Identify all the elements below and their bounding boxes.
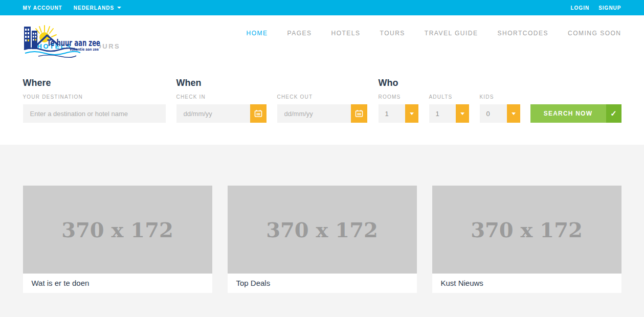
spacer-label <box>530 94 621 100</box>
card-title[interactable]: Top Deals <box>228 274 417 293</box>
checkin-input[interactable] <box>176 104 250 123</box>
booking-search-form: Where YOUR DESTINATION When CHECK IN <box>0 66 644 145</box>
card-kust-nieuws[interactable]: 370 x 172 Kust Nieuws <box>432 186 621 293</box>
chevron-down-icon <box>507 104 520 123</box>
language-label: NEDERLANDS <box>74 5 114 11</box>
placeholder-size-text: 370 x 172 <box>266 218 378 242</box>
kids-value: 0 <box>480 104 507 123</box>
nav-item-tours[interactable]: TOURS <box>380 30 405 37</box>
spacer-heading <box>429 78 469 88</box>
checkin-calendar-button[interactable] <box>250 104 267 123</box>
card-image-placeholder: 370 x 172 <box>23 186 212 274</box>
checkout-label: CHECK OUT <box>277 94 367 100</box>
card-image-placeholder: 370 x 172 <box>228 186 417 274</box>
nav-item-home[interactable]: HOME <box>247 30 268 37</box>
checkout-input[interactable] <box>277 104 351 123</box>
when-heading: When <box>176 78 267 88</box>
logo-art-icon: Te huur aan zee Vakantie aan zee <box>23 24 125 59</box>
spacer-heading <box>480 78 520 88</box>
rooms-value: 1 <box>379 104 405 123</box>
adults-label: ADULTS <box>429 94 469 100</box>
header: HOTELS TOURS <box>0 15 644 66</box>
search-now-button[interactable]: SEARCH NOW ✓ <box>530 104 621 123</box>
card-title[interactable]: Wat is er te doen <box>23 274 212 293</box>
kids-select[interactable]: 0 <box>480 104 520 123</box>
card-title[interactable]: Kust Nieuws <box>432 274 621 293</box>
destination-input[interactable] <box>23 104 166 123</box>
topbar: MY ACCOUNT NEDERLANDS LOGIN SIGNUP <box>0 0 644 15</box>
rooms-label: ROOMS <box>379 94 418 100</box>
building-icon <box>24 27 31 49</box>
main-nav: HOME PAGES HOTELS TOURS TRAVEL GUIDE SHO… <box>247 30 621 37</box>
language-dropdown[interactable]: NEDERLANDS <box>74 5 121 11</box>
signup-link[interactable]: SIGNUP <box>598 5 621 11</box>
featured-section: 370 x 172 Wat is er te doen 370 x 172 To… <box>0 145 644 317</box>
kids-label: KIDS <box>480 94 520 100</box>
nav-item-pages[interactable]: PAGES <box>287 30 312 37</box>
calendar-icon <box>355 109 363 118</box>
nav-item-shortcodes[interactable]: SHORTCODES <box>498 30 548 37</box>
checkin-label: CHECK IN <box>176 94 267 100</box>
spacer-heading <box>530 78 621 88</box>
search-now-label: SEARCH NOW <box>530 104 606 123</box>
logo-title: Te huur aan zee <box>47 38 100 48</box>
nav-item-travel-guide[interactable]: TRAVEL GUIDE <box>425 30 478 37</box>
who-heading: Who <box>379 78 418 88</box>
logo-subtitle: Vakantie aan zee <box>70 47 99 52</box>
card-image-placeholder: 370 x 172 <box>432 186 621 274</box>
adults-value: 1 <box>429 104 456 123</box>
calendar-icon <box>254 109 262 118</box>
caret-down-icon <box>117 7 121 9</box>
chevron-down-icon <box>456 104 469 123</box>
nav-item-hotels[interactable]: HOTELS <box>331 30 361 37</box>
check-icon: ✓ <box>606 104 621 123</box>
where-heading: Where <box>23 78 166 88</box>
destination-label: YOUR DESTINATION <box>23 94 166 100</box>
card-top-deals[interactable]: 370 x 172 Top Deals <box>228 186 417 293</box>
chevron-down-icon <box>405 104 418 123</box>
spacer-heading <box>277 78 367 88</box>
login-link[interactable]: LOGIN <box>570 5 589 11</box>
my-account-link[interactable]: MY ACCOUNT <box>23 5 62 11</box>
rooms-select[interactable]: 1 <box>379 104 418 123</box>
placeholder-size-text: 370 x 172 <box>471 218 583 242</box>
site-logo[interactable]: HOTELS TOURS <box>23 24 141 60</box>
card-wat-is-er-te-doen[interactable]: 370 x 172 Wat is er te doen <box>23 186 212 293</box>
checkout-calendar-button[interactable] <box>351 104 367 123</box>
adults-select[interactable]: 1 <box>429 104 469 123</box>
nav-item-coming-soon[interactable]: COMING SOON <box>568 30 621 37</box>
placeholder-size-text: 370 x 172 <box>61 218 173 242</box>
